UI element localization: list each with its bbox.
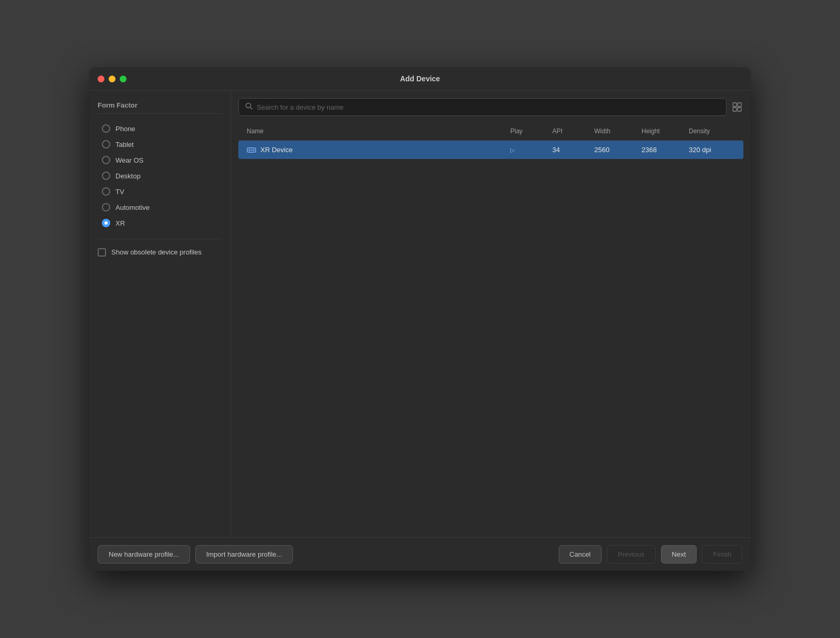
radio-tv (102, 187, 110, 196)
col-height: Height (638, 125, 686, 137)
svg-point-8 (253, 149, 255, 151)
sidebar-label-phone: Phone (116, 125, 135, 133)
minimize-button[interactable] (109, 76, 116, 82)
play-icon: ▷ (510, 147, 514, 153)
radio-wear-os (102, 156, 110, 164)
footer-left: New hardware profile... Import hardware … (98, 545, 553, 563)
show-obsolete-label: Show obsolete device profiles (111, 248, 202, 257)
device-name-label: XR Device (260, 146, 292, 154)
xr-device-icon (247, 146, 256, 154)
radio-xr (102, 219, 110, 227)
new-hardware-profile-button[interactable]: New hardware profile... (98, 545, 190, 563)
dialog-title: Add Device (400, 75, 440, 83)
table-view-toggle[interactable] (731, 101, 743, 113)
search-container (238, 98, 743, 116)
svg-line-1 (250, 108, 253, 110)
main-panel: Name Play API Width Height Density (231, 91, 751, 537)
cell-height: 2368 (638, 144, 686, 156)
sidebar-item-desktop[interactable]: Desktop (98, 168, 222, 183)
main-content: Form Factor Phone Tablet Wear OS (89, 91, 751, 537)
sidebar-label-tablet: Tablet (116, 141, 134, 148)
svg-rect-5 (738, 108, 741, 111)
close-button[interactable] (98, 76, 104, 82)
svg-rect-4 (733, 108, 737, 111)
add-device-dialog: Add Device Form Factor Phone Tablet (89, 67, 751, 571)
radio-automotive (102, 203, 110, 211)
sidebar-label-xr: XR (116, 219, 125, 227)
col-api: API (549, 125, 591, 137)
svg-point-7 (249, 149, 250, 151)
cell-device-name: XR Device (244, 144, 507, 156)
col-width: Width (591, 125, 638, 137)
device-table: Name Play API Width Height Density (238, 122, 743, 530)
svg-rect-3 (738, 103, 741, 107)
sidebar-item-wear-os[interactable]: Wear OS (98, 153, 222, 167)
sidebar-item-tablet[interactable]: Tablet (98, 137, 222, 152)
cancel-button[interactable]: Cancel (559, 545, 602, 563)
sidebar-item-automotive[interactable]: Automotive (98, 200, 222, 215)
svg-rect-2 (733, 103, 737, 107)
search-field[interactable] (238, 98, 727, 116)
col-play: Play (507, 125, 549, 137)
form-factor-radio-group: Phone Tablet Wear OS Desktop (98, 121, 222, 230)
radio-phone (102, 124, 110, 133)
sidebar-label-tv: TV (116, 188, 124, 196)
sidebar-label-wear-os: Wear OS (116, 156, 143, 164)
sidebar-item-tv[interactable]: TV (98, 184, 222, 199)
col-density: Density (686, 125, 738, 137)
table-header: Name Play API Width Height Density (238, 122, 743, 141)
radio-tablet (102, 140, 110, 148)
finish-button[interactable]: Finish (702, 545, 742, 563)
sidebar: Form Factor Phone Tablet Wear OS (89, 91, 231, 537)
radio-desktop (102, 172, 110, 180)
traffic-lights (98, 76, 127, 82)
sidebar-item-xr[interactable]: XR (98, 216, 222, 230)
cell-width: 2560 (591, 144, 638, 156)
footer: New hardware profile... Import hardware … (89, 537, 751, 571)
cell-api: 34 (549, 144, 591, 156)
show-obsolete-checkbox-label[interactable]: Show obsolete device profiles (98, 248, 222, 257)
footer-right: Cancel Previous Next Finish (559, 545, 742, 563)
cell-density: 320 dpi (686, 144, 738, 156)
sidebar-item-phone[interactable]: Phone (98, 121, 222, 136)
cell-play: ▷ (507, 144, 549, 156)
search-input[interactable] (257, 103, 720, 111)
maximize-button[interactable] (120, 76, 127, 82)
form-factor-heading: Form Factor (98, 101, 222, 114)
title-bar: Add Device (89, 67, 751, 91)
previous-button[interactable]: Previous (607, 545, 656, 563)
next-button[interactable]: Next (661, 545, 697, 563)
sidebar-divider (98, 239, 222, 239)
col-name: Name (244, 125, 507, 137)
sidebar-label-automotive: Automotive (116, 204, 150, 211)
show-obsolete-checkbox[interactable] (98, 248, 106, 257)
import-hardware-profile-button[interactable]: Import hardware profile... (195, 545, 293, 563)
sidebar-label-desktop: Desktop (116, 172, 141, 180)
table-row[interactable]: XR Device ▷ 34 2560 2368 320 dpi (238, 141, 743, 159)
search-icon (245, 102, 253, 112)
